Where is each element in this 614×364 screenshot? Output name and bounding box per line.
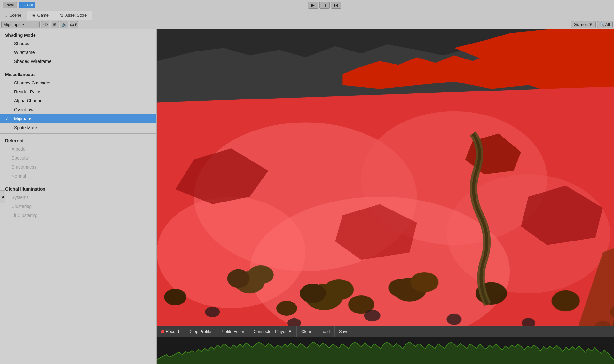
gizmos-button[interactable]: Gizmos ▼ (571, 21, 596, 28)
scene-toolbar: Mipmaps ▼ 2D ☀ 🔊 ▭ ▼ Gizmos ▼ 🔍 All (0, 20, 614, 29)
clear-label: Clear (301, 329, 311, 334)
svg-point-8 (227, 269, 250, 288)
svg-point-14 (388, 279, 412, 297)
svg-point-7 (248, 265, 274, 284)
albedo-label: Albedo (12, 146, 26, 152)
search-icon: 🔍 (600, 22, 604, 27)
tab-asset-store-label: Asset Store (65, 13, 87, 18)
tab-game[interactable]: ◉ Game (27, 11, 54, 20)
lit-clustering-label: Lit Clustering (12, 213, 38, 218)
mipmaps-checkmark: ✓ (5, 116, 10, 121)
connected-player-arrow-icon: ▼ (288, 329, 292, 334)
wireframe-label: Wireframe (14, 50, 35, 55)
all-button[interactable]: 🔍 All (597, 21, 613, 28)
asset-store-icon: 🛍 (59, 13, 63, 18)
scene-toolbar-right: Gizmos ▼ 🔍 All (571, 21, 613, 28)
menu-item-smoothness: Smoothness (0, 162, 156, 171)
left-panel-arrow[interactable]: ◀ (0, 190, 5, 203)
play-button[interactable]: ▶ (308, 2, 318, 9)
svg-point-15 (164, 289, 186, 305)
menu-item-alpha-channel[interactable]: Alpha Channel (0, 96, 156, 105)
scene-canvas: Record Deep Profile Profile Editor Conne… (157, 29, 614, 364)
clustering-label: Clustering (12, 204, 32, 209)
tab-game-label: Game (37, 13, 49, 18)
menu-item-lit-clustering: Lit Clustering (0, 211, 156, 220)
step-button[interactable]: ⏭ (331, 2, 341, 9)
menu-item-shaded-wireframe[interactable]: Shaded Wireframe (0, 57, 156, 66)
profiler-panel: Record Deep Profile Profile Editor Conne… (157, 326, 614, 364)
global-illumination-section-header: Global Illumination (0, 183, 156, 193)
miscellaneous-section-header: Miscellaneous (0, 69, 156, 78)
clear-button[interactable]: Clear (297, 326, 316, 337)
menu-item-shadow-cascades[interactable]: Shadow Cascades (0, 78, 156, 87)
specular-label: Specular (12, 155, 29, 161)
svg-point-13 (410, 272, 438, 292)
profiler-graph[interactable] (157, 337, 614, 364)
deep-profile-button[interactable]: Deep Profile (184, 326, 216, 337)
menu-item-clustering: Clustering (0, 202, 156, 211)
shading-dropdown-menu: ◀ Shading Mode Shaded Wireframe Shaded W… (0, 29, 157, 364)
main-layout: ◀ Shading Mode Shaded Wireframe Shaded W… (0, 29, 614, 364)
shading-mode-dropdown[interactable]: Mipmaps ▼ (1, 21, 40, 28)
sun-icon: ☀ (53, 22, 57, 27)
shaded-label: Shaded (14, 41, 29, 46)
global-button[interactable]: Global (19, 2, 36, 8)
tab-asset-store[interactable]: 🛍 Asset Store (54, 11, 92, 20)
menu-item-specular: Specular (0, 154, 156, 162)
tab-scene-label: Scene (10, 13, 21, 18)
all-label: All (605, 22, 610, 27)
menu-item-wireframe[interactable]: Wireframe (0, 48, 156, 57)
profile-editor-button[interactable]: Profile Editor (216, 326, 249, 337)
record-dot-icon (161, 330, 164, 333)
audio-button[interactable]: 🔊 (60, 21, 68, 28)
deferred-section-header: Deferred (0, 135, 156, 145)
svg-point-24 (447, 314, 461, 325)
separator-3 (0, 182, 156, 182)
load-label: Load (320, 329, 330, 334)
record-label: Record (166, 329, 179, 334)
deep-profile-label: Deep Profile (188, 329, 211, 334)
menu-item-shaded[interactable]: Shaded (0, 39, 156, 48)
save-label: Save (339, 329, 349, 334)
gizmos-label: Gizmos (574, 22, 588, 27)
image-dropdown-icon: ▼ (74, 22, 78, 27)
shading-mode-arrow-icon: ▼ (22, 23, 25, 26)
2d-button[interactable]: 2D (41, 21, 49, 28)
shadow-cascades-label: Shadow Cascades (14, 80, 51, 85)
connected-player-label: Connected Player (254, 329, 287, 334)
menu-item-sprite-mask[interactable]: Sprite Mask (0, 123, 156, 132)
image-effects-button[interactable]: ▭ ▼ (70, 21, 78, 28)
svg-point-10 (324, 279, 354, 300)
game-icon: ◉ (32, 13, 35, 18)
light-button[interactable]: ☀ (51, 21, 59, 28)
save-button[interactable]: Save (335, 326, 353, 337)
tab-bar: # Scene ◉ Game 🛍 Asset Store (0, 10, 614, 20)
svg-point-23 (364, 310, 381, 321)
menu-item-render-paths[interactable]: Render Paths (0, 87, 156, 96)
load-button[interactable]: Load (316, 326, 335, 337)
image-icon: ▭ (70, 22, 74, 27)
menu-item-overdraw[interactable]: Overdraw (0, 105, 156, 114)
pivot-button[interactable]: Pivot (3, 2, 17, 8)
connected-player-button[interactable]: Connected Player ▼ (249, 326, 297, 337)
shaded-wireframe-label: Shaded Wireframe (14, 59, 51, 64)
menu-item-albedo: Albedo (0, 145, 156, 154)
overdraw-label: Overdraw (14, 107, 34, 112)
shading-mode-label: Mipmaps (4, 22, 20, 27)
separator-2 (0, 133, 156, 134)
scene-icon: # (5, 13, 8, 18)
record-button[interactable]: Record (157, 326, 184, 337)
menu-item-mipmaps[interactable]: ✓ Mipmaps (0, 114, 156, 123)
tab-scene[interactable]: # Scene (0, 11, 27, 20)
svg-point-16 (276, 301, 297, 315)
normal-label: Normal (12, 173, 26, 178)
top-toolbar: Pivot Global ▶ ⏸ ⏭ (0, 0, 614, 10)
svg-point-21 (205, 307, 220, 317)
menu-item-normal: Normal (0, 171, 156, 180)
separator-1 (0, 67, 156, 67)
audio-icon: 🔊 (62, 22, 67, 27)
smoothness-label: Smoothness (12, 164, 36, 170)
scene-viewport[interactable]: Record Deep Profile Profile Editor Conne… (157, 29, 614, 364)
render-paths-label: Render Paths (14, 89, 42, 94)
pause-button[interactable]: ⏸ (319, 2, 330, 9)
